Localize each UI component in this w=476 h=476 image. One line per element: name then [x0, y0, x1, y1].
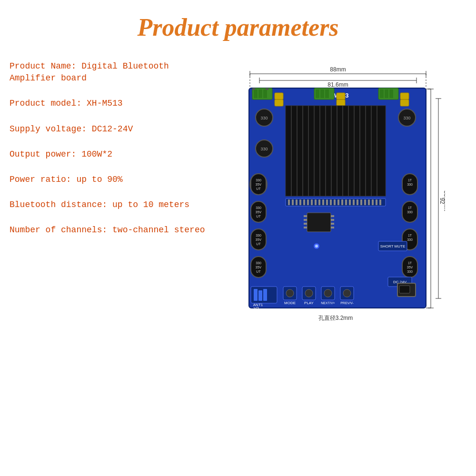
- svg-text:UT: UT: [256, 187, 261, 190]
- svg-rect-21: [263, 89, 267, 98]
- svg-rect-22: [252, 88, 255, 90]
- pcb-diagram: 88mm 81.6mm 92 85.6mm: [240, 60, 445, 327]
- svg-text:PLAY: PLAY: [304, 301, 314, 305]
- svg-text:1T: 1T: [408, 261, 412, 265]
- spec-voltage: Supply voltage: DC12-24V: [10, 123, 209, 135]
- svg-rect-102: [318, 199, 320, 205]
- svg-rect-115: [368, 199, 370, 205]
- svg-rect-125: [304, 215, 307, 217]
- svg-rect-94: [288, 199, 290, 205]
- svg-point-143: [343, 289, 351, 297]
- svg-text:330: 330: [407, 270, 413, 273]
- image-column: 88mm 81.6mm 92 85.6mm: [219, 56, 466, 327]
- svg-rect-111: [353, 199, 355, 205]
- svg-text:330: 330: [260, 147, 268, 151]
- svg-rect-98: [303, 199, 305, 205]
- svg-rect-46: [286, 106, 386, 196]
- svg-text:NEXT/V+: NEXT/V+: [321, 301, 335, 305]
- svg-rect-114: [364, 199, 366, 205]
- svg-text:35V: 35V: [256, 238, 262, 241]
- svg-point-137: [305, 289, 313, 297]
- svg-rect-130: [331, 219, 334, 221]
- spec-power: Output power: 100W*2: [10, 149, 209, 160]
- spec-bt-distance: Bluetooth distance: up to 10 meters: [10, 199, 209, 211]
- model-label: Product model:: [10, 99, 81, 108]
- svg-rect-126: [304, 219, 307, 221]
- svg-rect-110: [349, 199, 351, 205]
- svg-rect-107: [337, 199, 339, 205]
- svg-rect-127: [304, 223, 307, 225]
- svg-rect-120: [254, 289, 258, 301]
- svg-rect-34: [385, 89, 388, 98]
- channels-label: Number of channels:: [10, 225, 107, 235]
- svg-rect-25: [275, 99, 283, 106]
- power-value: 100W*2: [81, 149, 112, 159]
- bt-distance-label: Bluetooth distance:: [10, 200, 107, 209]
- svg-text:35V: 35V: [256, 266, 262, 269]
- svg-rect-104: [326, 199, 328, 205]
- spec-product-name: Product Name: Digital Bluetooth Amplifie…: [10, 60, 209, 84]
- svg-rect-30: [337, 93, 345, 99]
- svg-rect-132: [331, 227, 334, 228]
- page-container: Product parameters Product Name: Digital…: [0, 0, 476, 327]
- svg-rect-29: [325, 89, 329, 98]
- voltage-label: Supply voltage:: [10, 124, 87, 134]
- svg-text:330: 330: [260, 116, 268, 120]
- svg-rect-124: [307, 213, 331, 232]
- svg-text:330: 330: [256, 234, 261, 237]
- svg-rect-37: [400, 99, 409, 106]
- svg-rect-117: [376, 199, 377, 205]
- product-name-label: Product Name: Digital Bluetooth: [10, 61, 169, 71]
- svg-text:330: 330: [407, 183, 413, 186]
- svg-text:330: 330: [256, 178, 261, 182]
- spec-model: Product model: XH-M513: [10, 98, 209, 109]
- svg-text:1T: 1T: [408, 206, 412, 209]
- svg-rect-152: [399, 286, 410, 293]
- svg-text:孔直径3.2mm: 孔直径3.2mm: [318, 315, 353, 321]
- svg-rect-99: [307, 199, 309, 205]
- svg-rect-109: [345, 199, 347, 205]
- svg-text:88mm: 88mm: [330, 66, 346, 73]
- svg-rect-101: [315, 199, 317, 205]
- ratio-value: up to 90%: [76, 175, 122, 184]
- svg-rect-108: [341, 199, 343, 205]
- svg-rect-121: [258, 290, 262, 301]
- svg-rect-105: [330, 199, 332, 205]
- svg-rect-19: [254, 89, 258, 98]
- svg-text:SHORT MUTE: SHORT MUTE: [380, 244, 406, 248]
- model-value: XH-M513: [87, 99, 123, 108]
- svg-text:35V: 35V: [407, 266, 413, 269]
- svg-point-146: [315, 245, 318, 248]
- svg-rect-128: [304, 227, 307, 228]
- page-title: Product parameters: [0, 0, 476, 51]
- content-area: Product Name: Digital Bluetooth Amplifie…: [0, 51, 476, 327]
- svg-rect-122: [263, 289, 267, 301]
- svg-text:UT: UT: [256, 270, 261, 273]
- svg-rect-100: [311, 199, 313, 205]
- svg-rect-131: [331, 223, 334, 225]
- svg-text:330: 330: [407, 238, 413, 241]
- power-label: Output power:: [10, 149, 76, 159]
- svg-text:35V: 35V: [256, 183, 262, 186]
- svg-text:V2: V2: [254, 306, 259, 311]
- svg-rect-24: [275, 93, 283, 99]
- svg-text:1T: 1T: [408, 234, 412, 237]
- svg-rect-129: [331, 215, 334, 217]
- svg-text:330: 330: [256, 261, 261, 265]
- svg-rect-116: [372, 199, 374, 205]
- svg-rect-118: [379, 199, 381, 205]
- spec-ratio: Power ratio: up to 90%: [10, 174, 209, 186]
- voltage-value: DC12-24V: [92, 124, 133, 134]
- svg-rect-31: [337, 99, 345, 106]
- svg-rect-33: [380, 89, 384, 98]
- svg-text:PREV/V-: PREV/V-: [340, 301, 354, 305]
- svg-rect-20: [258, 89, 262, 98]
- svg-rect-113: [360, 199, 362, 205]
- svg-text:MODE: MODE: [284, 301, 296, 305]
- svg-text:UT: UT: [256, 242, 261, 246]
- ratio-label: Power ratio:: [10, 175, 71, 184]
- svg-text:UT: UT: [256, 215, 261, 218]
- svg-text:35V: 35V: [256, 210, 262, 214]
- svg-text:330: 330: [403, 116, 410, 120]
- specs-column: Product Name: Digital Bluetooth Amplifie…: [10, 56, 209, 327]
